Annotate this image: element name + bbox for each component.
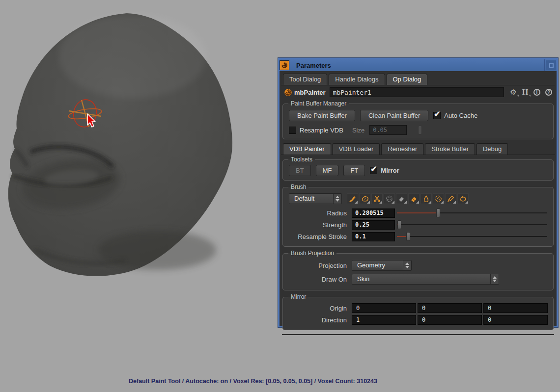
strength-slider[interactable] [397,220,549,230]
tab-op-dialog[interactable]: Op Dialog [387,74,428,85]
info-icon[interactable]: i [532,87,542,97]
auto-cache-label: Auto Cache [444,112,477,119]
eraser-icon[interactable] [408,193,420,204]
droplet-icon[interactable] [420,193,432,204]
resample-stroke-label: Resample Stroke [287,233,352,240]
spinner-arrows-icon[interactable] [333,194,341,204]
direction-z-field[interactable]: 0 [483,315,548,325]
radius-slider[interactable] [397,208,549,218]
pinch-pen-icon[interactable] [445,193,456,204]
resample-stroke-field[interactable]: 0.1 [352,232,395,241]
houdini-spiral-icon [280,60,289,70]
direction-x-field[interactable]: 1 [352,315,416,325]
node-type-label: mbPainter [294,89,326,96]
paint-buffer-manager-legend: Paint Buffer Manager [288,100,349,107]
tab-stroke-buffer[interactable]: Stroke Buffer [425,143,475,155]
window-content: Tool Dialog Handle Dialogs Op Dialog mbP… [280,71,557,326]
resample-vdb-label: Resample VDB [300,127,343,134]
tab-vdb-loader[interactable]: VDB Loader [333,143,380,155]
radius-row: Radius 0.280515 [287,207,549,219]
radius-label: Radius [287,209,352,217]
brush-legend: Brush [288,183,308,190]
projection-value: Geometry [352,261,403,270]
projection-dropdown[interactable]: Geometry [352,260,412,271]
resample-stroke-slider[interactable] [397,232,549,241]
size-slider[interactable] [409,125,549,135]
draw-on-value: Skin [352,274,490,284]
spinner-arrows-icon[interactable] [403,261,411,270]
checkmark-icon: ✔ [370,164,377,174]
direction-row: Direction 1 0 0 [287,314,549,326]
gear-icon[interactable]: ⚙ [508,87,519,97]
strength-row: Strength 0.25 [287,219,549,231]
resample-stroke-row: Resample Stroke 0.1 [287,231,549,242]
direction-label: Direction [287,316,352,324]
tab-remesher[interactable]: Remesher [381,143,423,155]
radius-field[interactable]: 0.280515 [352,209,395,218]
ft-button[interactable]: FT [343,165,365,176]
parameters-window: Parameters Tool Dialog Handle Dialogs Op… [278,58,558,327]
checkmark-icon: ✔ [434,109,440,119]
resample-vdb-checkbox[interactable] [289,127,296,134]
node-type-icon[interactable] [284,88,292,97]
strength-label: Strength [287,221,352,229]
smooth-sphere-icon[interactable] [384,193,395,204]
draw-on-row: Draw On Skin [287,272,549,286]
scissors-icon[interactable] [371,193,383,204]
node-header-row: mbPainter ⚙ H i ? [282,86,554,98]
projection-row: Projection Geometry [287,259,549,272]
footer-strip [281,335,555,346]
origin-x-field[interactable]: 0 [352,303,416,313]
section-tabrow: VDB Painter VDB Loader Remesher Stroke B… [281,142,555,155]
slider-handle[interactable] [397,220,401,229]
dialog-tabrow: Tool Dialog Handle Dialogs Op Dialog [281,73,555,85]
viewport-3d[interactable] [0,0,275,343]
bake-paint-buffer-button[interactable]: Bake Paint Buffer [289,110,355,121]
window-title: Parameters [296,62,331,69]
toolsets-legend: Toolsets [288,156,315,163]
paint-brush-icon[interactable] [347,193,358,204]
node-name-input[interactable] [330,87,504,97]
slider-handle[interactable] [406,232,410,241]
mirror-checkbox[interactable]: ✔ [370,167,377,174]
slider-handle[interactable] [436,209,440,217]
brush-preset-value: Default [289,194,333,204]
help-icon[interactable]: ? [543,87,554,97]
brush-tool-row [347,193,470,204]
clay-blob-icon[interactable] [359,193,370,204]
titlebar-separator [544,59,545,71]
noise-sphere-icon[interactable] [433,193,444,204]
status-bar: Default Paint Tool / Autocache: on / Vox… [0,378,506,385]
auto-cache-checkbox[interactable]: ✔ [433,112,441,119]
brush-projection-legend: Brush Projection [288,250,336,257]
origin-label: Origin [287,305,352,312]
draw-on-label: Draw On [287,276,352,283]
toolsets-group: Toolsets BT MF FT ✔ Mirror [282,156,554,181]
detach-window-button[interactable] [546,60,556,70]
brush-group: Brush Default [282,183,554,247]
brush-preset-dropdown[interactable]: Default [289,193,342,204]
projection-label: Projection [287,262,352,269]
tab-debug[interactable]: Debug [476,143,508,155]
houdini-help-icon[interactable]: H [520,87,531,97]
tab-handle-dialogs[interactable]: Handle Dialogs [329,74,385,85]
paint-buffer-manager-group: Paint Buffer Manager Bake Paint Buffer C… [282,100,554,139]
spinner-arrows-icon[interactable] [490,274,499,284]
tab-tool-dialog[interactable]: Tool Dialog [283,74,327,85]
size-field[interactable]: 0.05 [369,125,407,135]
size-label: Size [352,127,364,134]
direction-y-field[interactable]: 0 [418,315,482,325]
tab-vdb-painter[interactable]: VDB Painter [283,143,331,155]
clean-paint-buffer-button[interactable]: Clean Paint Buffer [360,110,428,121]
inflate-blob-icon[interactable] [457,193,469,204]
mf-button[interactable]: MF [316,165,339,176]
origin-z-field[interactable]: 0 [483,303,548,313]
strength-field[interactable]: 0.25 [352,220,395,230]
bt-button[interactable]: BT [289,165,311,176]
mirror-checkbox-label: Mirror [381,167,399,174]
mirror-group: Mirror Origin 0 0 0 Direction 1 0 0 [282,293,554,330]
draw-on-dropdown[interactable]: Skin [352,274,499,285]
window-titlebar[interactable]: Parameters [280,59,557,71]
origin-y-field[interactable]: 0 [418,303,482,313]
flatten-eraser-icon[interactable] [396,193,407,204]
